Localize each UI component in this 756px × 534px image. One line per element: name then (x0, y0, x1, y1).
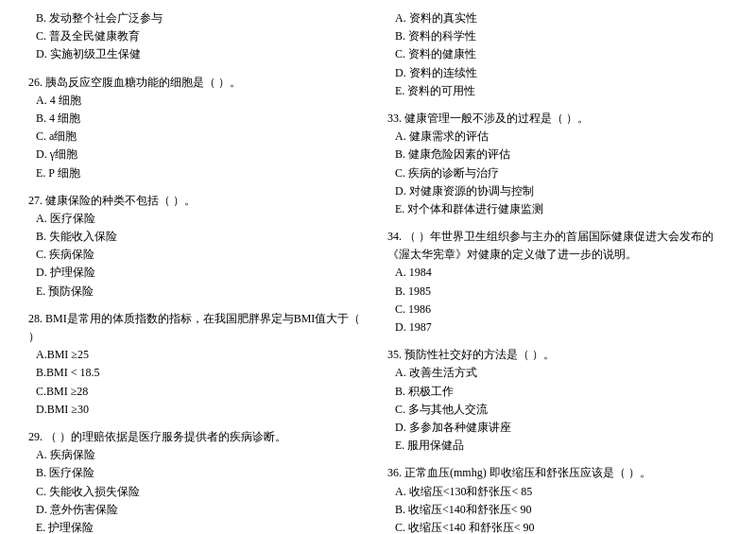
question-block: 29. （ ）的理赔依据是医疗服务提供者的疾病诊断。A. 疾病保险B. 医疗保险… (28, 428, 369, 534)
option: A. 资料的真实性 (387, 9, 728, 27)
option: B. 资料的科学性 (387, 27, 728, 45)
option: D. 护理保险 (28, 264, 369, 282)
option: C. 疾病的诊断与治疗 (387, 164, 728, 182)
question-title: 36. 正常血压(mmhg) 即收缩压和舒张压应该是（ ）。 (387, 464, 728, 482)
option: D. 实施初级卫生保健 (28, 45, 369, 63)
question-block: 26. 胰岛反应空腹血糖功能的细胞是（ ）。A. 4 细胞B. 4 细胞C. a… (28, 74, 369, 182)
option: B. 健康危险因素的评估 (387, 146, 728, 164)
page-container: B. 发动整个社会广泛参与C. 普及全民健康教育D. 实施初级卫生保健26. 胰… (28, 9, 728, 534)
question-title: 33. 健康管理一般不涉及的过程是（ ）。 (387, 110, 728, 128)
option: B. 发动整个社会广泛参与 (28, 9, 369, 27)
option: D. 多参加各种健康讲座 (387, 419, 728, 437)
question-block: 33. 健康管理一般不涉及的过程是（ ）。A. 健康需求的评估B. 健康危险因素… (387, 110, 728, 218)
option: E. 对个体和群体进行健康监测 (387, 200, 728, 218)
option: A. 疾病保险 (28, 446, 369, 464)
question-block: 34. （ ）年世界卫生组织参与主办的首届国际健康促进大会发布的《渥太华宪章》对… (387, 228, 728, 336)
option: B.BMI < 18.5 (28, 364, 369, 382)
question-title: 28. BMI是常用的体质指数的指标，在我国肥胖界定与BMI值大于（ ） (28, 310, 369, 346)
option: B. 积极工作 (387, 383, 728, 401)
question-block: 27. 健康保险的种类不包括（ ）。A. 医疗保险B. 失能收入保险C. 疾病保… (28, 192, 369, 301)
option: A. 医疗保险 (28, 210, 369, 228)
question-block: 35. 预防性社交好的方法是（ ）。A. 改善生活方式B. 积极工作C. 多与其… (387, 346, 728, 455)
option: D.BMI ≥30 (28, 401, 369, 419)
option: C. 多与其他人交流 (387, 401, 728, 419)
option: C. 1986 (387, 301, 728, 319)
question-title: 26. 胰岛反应空腹血糖功能的细胞是（ ）。 (28, 74, 369, 92)
option: C. 失能收入损失保险 (28, 483, 369, 501)
option: E. 预防保险 (28, 283, 369, 301)
option: C. a细胞 (28, 128, 369, 146)
option: D. γ细胞 (28, 146, 369, 164)
option: B. 收缩压<140和舒张压< 90 (387, 501, 728, 519)
question-block: A. 资料的真实性B. 资料的科学性C. 资料的健康性D. 资料的连续性E. 资… (387, 9, 728, 100)
question-block: 28. BMI是常用的体质指数的指标，在我国肥胖界定与BMI值大于（ ）A.BM… (28, 310, 369, 419)
option: E. 服用保健品 (387, 437, 728, 455)
left-column: B. 发动整个社会广泛参与C. 普及全民健康教育D. 实施初级卫生保健26. 胰… (28, 9, 369, 534)
question-title: 27. 健康保险的种类不包括（ ）。 (28, 192, 369, 210)
question-block: 36. 正常血压(mmhg) 即收缩压和舒张压应该是（ ）。A. 收缩压<130… (387, 464, 728, 534)
option: A.BMI ≥25 (28, 346, 369, 364)
option: C.BMI ≥28 (28, 383, 369, 401)
option: D. 资料的连续性 (387, 64, 728, 82)
option: B. 4 细胞 (28, 110, 369, 128)
option: C. 资料的健康性 (387, 45, 728, 63)
option: D. 对健康资源的协调与控制 (387, 182, 728, 200)
option: C. 收缩压<140 和舒张压< 90 (387, 519, 728, 534)
option: E. 护理保险 (28, 519, 369, 534)
question-title: 34. （ ）年世界卫生组织参与主办的首届国际健康促进大会发布的《渥太华宪章》对… (387, 228, 728, 264)
option: D. 1987 (387, 319, 728, 336)
option: B. 医疗保险 (28, 464, 369, 482)
option: E. 资料的可用性 (387, 82, 728, 100)
option: A. 健康需求的评估 (387, 128, 728, 146)
option: B. 失能收入保险 (28, 228, 369, 246)
option: A. 1984 (387, 264, 728, 282)
option: D. 意外伤害保险 (28, 501, 369, 519)
option: E. P 细胞 (28, 164, 369, 182)
option: C. 疾病保险 (28, 246, 369, 264)
question-title: 29. （ ）的理赔依据是医疗服务提供者的疾病诊断。 (28, 428, 369, 446)
option: B. 1985 (387, 283, 728, 301)
option: C. 普及全民健康教育 (28, 27, 369, 45)
question-title: 35. 预防性社交好的方法是（ ）。 (387, 346, 728, 364)
right-column: A. 资料的真实性B. 资料的科学性C. 资料的健康性D. 资料的连续性E. 资… (387, 9, 728, 534)
option: A. 收缩压<130和舒张压< 85 (387, 483, 728, 501)
option: A. 4 细胞 (28, 92, 369, 110)
option: A. 改善生活方式 (387, 364, 728, 382)
question-block: B. 发动整个社会广泛参与C. 普及全民健康教育D. 实施初级卫生保健 (28, 9, 369, 64)
